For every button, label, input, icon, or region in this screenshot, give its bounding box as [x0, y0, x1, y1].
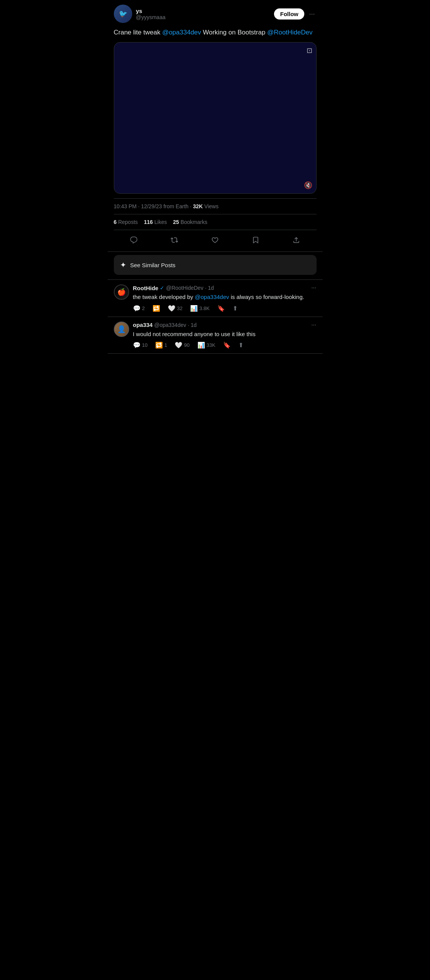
reply-roothide: 🍎 RootHide ✓ @RootHideDev · 1d ··· the t… — [108, 280, 323, 317]
roothide-avatar[interactable]: 🍎 — [114, 284, 129, 300]
like-button[interactable] — [208, 233, 222, 247]
view-count: 32K — [193, 203, 203, 209]
share-icon — [292, 236, 300, 244]
opa334-bookmark-button[interactable]: 🔖 — [223, 341, 231, 349]
roothide-comment-button[interactable]: 💬 2 — [133, 305, 145, 312]
roothide-display-name: RootHide — [133, 285, 159, 291]
opa334-time: · 1d — [188, 322, 197, 328]
reposts-stat[interactable]: 6 Reposts — [114, 219, 138, 225]
opa334-repost-button[interactable]: 🔁 1 — [155, 341, 167, 349]
repost-icon: 🔁 — [155, 341, 163, 349]
tweet-actions — [114, 230, 317, 252]
opa334-more-icon[interactable]: ··· — [311, 322, 316, 328]
roothide-reply-header: RootHide ✓ @RootHideDev · 1d ··· — [133, 284, 317, 291]
similar-posts-label: See Similar Posts — [130, 262, 176, 268]
tweet-header: 🐦 ys @yyysmaaa Follow ··· — [114, 5, 317, 23]
opa334-comment-button[interactable]: 💬 10 — [133, 341, 148, 349]
comment-icon: 💬 — [133, 305, 141, 312]
tweet-meta: 10:43 PM · 12/29/23 from Earth · 32K Vie… — [114, 198, 317, 214]
like-icon: 🤍 — [175, 341, 182, 349]
roothide-reply-text: the tweak developed by @opa334dev is alw… — [133, 293, 317, 302]
opa334-like-button[interactable]: 🤍 90 — [175, 341, 189, 349]
reply-opa334: 👤 opa334 @opa334dev · 1d ··· I would not… — [108, 317, 323, 354]
bookmark-icon: 🔖 — [223, 341, 231, 349]
roothide-like-count: 32 — [177, 305, 182, 311]
likes-stat[interactable]: 116 Likes — [144, 219, 167, 225]
like-icon — [211, 236, 219, 244]
repost-icon: 🔁 — [153, 305, 160, 312]
roothide-comment-count: 2 — [142, 305, 145, 311]
opa334-comment-count: 10 — [142, 342, 148, 348]
share-button[interactable] — [289, 233, 303, 247]
share-icon: ⬆ — [238, 341, 243, 349]
likes-label: Likes — [154, 219, 167, 225]
media-container[interactable]: ⊡ 🔇 — [114, 42, 317, 194]
sparkle-icon: ✦ — [120, 260, 126, 270]
mention-opa334dev[interactable]: @opa334dev — [162, 29, 201, 36]
repost-icon — [171, 236, 178, 244]
opa334-actions: 💬 10 🔁 1 🤍 90 📊 33K 🔖 ⬆ — [133, 341, 317, 349]
opa334-view-count: 33K — [207, 342, 215, 348]
reposts-count: 6 — [114, 219, 117, 225]
mute-icon[interactable]: 🔇 — [304, 181, 312, 189]
tweet-stats: 6 Reposts 116 Likes 25 Bookmarks — [114, 214, 317, 230]
opa334-share-button[interactable]: ⬆ — [238, 341, 243, 349]
reposts-label: Reposts — [118, 219, 138, 225]
opa334-display-name: opa334 — [133, 322, 153, 328]
roothide-time: · 1d — [205, 285, 214, 291]
opa334-reply-content: opa334 @opa334dev · 1d ··· I would not r… — [133, 322, 317, 349]
roothide-bookmark-button[interactable]: 🔖 — [217, 305, 225, 312]
comment-button[interactable] — [127, 233, 141, 247]
bookmark-icon — [252, 236, 259, 244]
likes-count: 116 — [144, 219, 153, 225]
roothide-author-info: RootHide ✓ @RootHideDev · 1d — [133, 285, 214, 291]
bookmarks-label: Bookmarks — [181, 219, 207, 225]
roothide-more-icon[interactable]: ··· — [311, 284, 316, 291]
handle: @yyysmaaa — [136, 14, 166, 20]
opa334-views-button[interactable]: 📊 33K — [197, 341, 215, 349]
roothide-like-button[interactable]: 🤍 32 — [168, 305, 182, 312]
verified-badge: ✓ — [160, 285, 164, 291]
mention-roothidedev[interactable]: @RootHideDev — [267, 29, 312, 36]
views-icon: 📊 — [197, 341, 205, 349]
more-options-icon[interactable]: ··· — [307, 8, 316, 20]
user-info: ys @yyysmaaa — [136, 8, 166, 20]
mention-opa334dev-in-reply[interactable]: @opa334dev — [195, 294, 229, 300]
comment-icon — [130, 236, 138, 244]
roothide-views-button[interactable]: 📊 3.8K — [190, 305, 210, 312]
tweet-header-actions: Follow ··· — [274, 8, 317, 20]
author-info: 🐦 ys @yyysmaaa — [114, 5, 166, 23]
roothide-repost-button[interactable]: 🔁 — [153, 305, 160, 312]
repost-button[interactable] — [167, 233, 181, 247]
tweet-text: Crane lite tweak @opa334dev Working on B… — [114, 28, 317, 38]
opa334-reply-text: I would not recommend anyone to use it l… — [133, 330, 317, 339]
follow-button[interactable]: Follow — [274, 8, 305, 20]
opa334-handle: @opa334dev — [154, 322, 186, 328]
roothide-view-count: 3.8K — [199, 305, 210, 311]
display-name: ys — [136, 8, 166, 14]
views-label: Views — [203, 203, 218, 209]
opa334-like-count: 90 — [184, 342, 189, 348]
share-icon: ⬆ — [233, 305, 238, 312]
bookmark-button[interactable] — [249, 233, 263, 247]
bookmarks-stat[interactable]: 25 Bookmarks — [173, 219, 207, 225]
main-tweet: 🐦 ys @yyysmaaa Follow ··· Crane lite twe… — [108, 0, 323, 252]
roothide-share-button[interactable]: ⬆ — [233, 305, 238, 312]
views-icon: 📊 — [190, 305, 198, 312]
bookmark-icon: 🔖 — [217, 305, 225, 312]
like-icon: 🤍 — [168, 305, 176, 312]
comment-icon: 💬 — [133, 341, 141, 349]
roothide-handle: @RootHideDev — [166, 285, 203, 291]
roothide-actions: 💬 2 🔁 🤍 32 📊 3.8K 🔖 ⬆ — [133, 305, 317, 312]
bookmarks-count: 25 — [173, 219, 179, 225]
roothide-reply-content: RootHide ✓ @RootHideDev · 1d ··· the twe… — [133, 284, 317, 312]
similar-posts-section: ✦ See Similar Posts — [108, 252, 323, 280]
opa334-author-info: opa334 @opa334dev · 1d — [133, 322, 197, 328]
avatar[interactable]: 🐦 — [114, 5, 132, 23]
opa334-repost-count: 1 — [164, 342, 167, 348]
media-type-icon: ⊡ — [307, 46, 312, 55]
opa334-reply-header: opa334 @opa334dev · 1d ··· — [133, 322, 317, 328]
similar-posts-button[interactable]: ✦ See Similar Posts — [114, 255, 317, 275]
opa334-avatar[interactable]: 👤 — [114, 322, 129, 337]
timestamp: 10:43 PM · 12/29/23 from Earth · — [114, 203, 193, 209]
